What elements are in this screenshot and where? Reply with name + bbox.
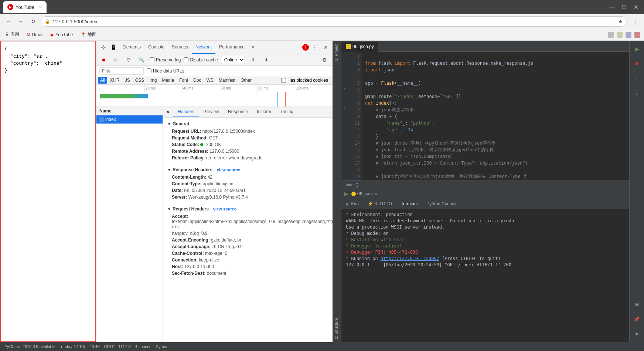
detail-close-btn[interactable]: ✕: [166, 109, 170, 115]
devtools-close-btn[interactable]: ✕: [321, 42, 331, 53]
type-manifest[interactable]: Manifest: [217, 77, 238, 84]
stop-action-btn[interactable]: ■: [630, 57, 644, 70]
index-request-item[interactable]: index: [96, 115, 163, 124]
type-xhr[interactable]: XHR: [108, 77, 122, 84]
bottom-tab-terminal[interactable]: Terminal: [396, 199, 422, 209]
accept-language-value: zh-CN,zh;q=0.9: [212, 244, 243, 249]
tab-console[interactable]: Console: [144, 41, 168, 54]
ln-3: 3: [347, 67, 360, 73]
favorites-btn[interactable]: ★: [630, 327, 644, 341]
maximize-btn[interactable]: □: [619, 2, 629, 12]
devtools-device-icon[interactable]: 📱: [108, 42, 119, 53]
bottom-tab-todo[interactable]: ⚡ 6: TODO: [363, 199, 396, 209]
group-btn[interactable]: ⊞: [630, 298, 644, 311]
type-js[interactable]: JS: [123, 77, 132, 84]
extensions-btn[interactable]: ⋮: [631, 16, 641, 27]
timing-tab[interactable]: Timing: [276, 107, 298, 117]
preserve-log-label[interactable]: Preserve log: [150, 57, 181, 63]
content-length-row: Content-Length: 42: [163, 174, 333, 180]
general-title[interactable]: General: [163, 120, 333, 128]
disable-cache-checkbox[interactable]: [184, 57, 188, 62]
timeline: 20 ms 40 ms 60 ms 80 ms 100 ms: [96, 85, 333, 107]
detail-panel: ✕ Headers Preview Response Initiator Tim…: [163, 107, 333, 342]
timeline-request-bar: [100, 94, 148, 98]
hide-data-urls-checkbox[interactable]: [147, 68, 151, 73]
search-icon[interactable]: 🔍: [136, 55, 147, 65]
stop-btn[interactable]: ⊘: [111, 55, 120, 64]
minimize-btn[interactable]: —: [607, 2, 617, 12]
type-ws[interactable]: WS: [204, 77, 215, 84]
address-bar[interactable]: 🔒 127.0.0.1:5000/index ★: [41, 16, 627, 27]
run-action-btn[interactable]: ▶: [630, 42, 644, 55]
type-other[interactable]: Other: [238, 77, 254, 84]
forward-btn[interactable]: →: [16, 16, 26, 27]
bottom-tab-run[interactable]: ▶ Run: [341, 199, 363, 209]
structure-panel-label[interactable]: 2: Structure: [333, 315, 341, 342]
bookmark-apps[interactable]: ⠿ 应用: [3, 31, 21, 38]
bottom-tab-python-console[interactable]: Python Console: [422, 199, 462, 209]
type-all[interactable]: All: [98, 77, 107, 84]
hide-data-urls-label[interactable]: Hide data URLs: [147, 68, 184, 74]
pin-btn[interactable]: 📌: [630, 313, 644, 326]
sec-fetch-dest-value: document: [207, 271, 226, 276]
devtools-select-icon[interactable]: ⊹: [98, 42, 108, 53]
tab-performance[interactable]: Performance: [215, 41, 248, 54]
headers-tab[interactable]: Headers: [173, 107, 199, 117]
response-headers-title[interactable]: Response Headers view source: [163, 166, 333, 174]
type-img[interactable]: Img: [147, 77, 159, 84]
devtools-more-btn[interactable]: ⋮: [310, 42, 320, 53]
type-media[interactable]: Media: [160, 77, 176, 84]
filter-icon[interactable]: ▽: [123, 55, 133, 65]
bottom-crlf: CRLF: [104, 344, 115, 349]
bookmark-maps[interactable]: 📍 地图: [78, 31, 99, 38]
preserve-log-checkbox[interactable]: [150, 57, 154, 62]
preview-tab[interactable]: Preview: [199, 107, 224, 117]
line-17: [365, 167, 368, 172]
request-headers-title[interactable]: Request Headers view source: [163, 205, 333, 213]
filter-input[interactable]: [99, 67, 144, 75]
ln-7: 7: [347, 93, 360, 100]
active-tab[interactable]: ▶ YouTube ✕: [3, 1, 47, 13]
response-headers-view-source[interactable]: view source: [217, 168, 240, 172]
type-doc[interactable]: Doc: [191, 77, 203, 84]
code-content[interactable]: from flask import Flask,request,abort,Re…: [362, 52, 629, 180]
ln-18: 18: [347, 166, 360, 173]
run-config-close[interactable]: ✕: [374, 192, 378, 196]
settings-icon[interactable]: ⚙: [319, 55, 330, 65]
tab-sources[interactable]: Sources: [168, 41, 192, 54]
back-btn[interactable]: ←: [3, 16, 13, 27]
tab-more[interactable]: »: [248, 41, 258, 54]
request-headers-view-source[interactable]: view source: [213, 207, 236, 211]
code-status-bar: index(): [341, 180, 629, 189]
network-table: Name index ✕ Headers Preview Response In…: [96, 107, 333, 342]
server-url-link[interactable]: http://127.0.0.1:5000/: [381, 256, 439, 261]
cache-control-label: Cache-Control:: [172, 251, 204, 256]
run-tab-label: Run: [351, 201, 359, 206]
tab-network[interactable]: Network: [192, 41, 215, 54]
online-select[interactable]: Online: [221, 56, 245, 64]
reload-btn[interactable]: ↻: [28, 16, 38, 27]
request-url-row: Request URL: http://127.0.0.1:5000/index: [163, 128, 333, 135]
scroll-down-btn[interactable]: ↓: [630, 87, 644, 100]
initiator-tab[interactable]: Initiator: [252, 107, 276, 117]
bookmark-gmail[interactable]: M Gmail: [24, 31, 45, 38]
has-blocked-checkbox[interactable]: [281, 78, 286, 83]
tab-close-btn[interactable]: ✕: [39, 5, 42, 10]
disable-cache-label[interactable]: Disable cache: [184, 57, 218, 63]
upload-icon[interactable]: ⬆: [248, 55, 258, 65]
download-icon[interactable]: ⬇: [261, 55, 272, 65]
ln-2: 2: [347, 60, 360, 67]
response-tab[interactable]: Response: [224, 107, 252, 117]
type-css[interactable]: CSS: [133, 77, 147, 84]
referrer-policy-row: Referrer Policy: no-referrer-when-downgr…: [163, 155, 333, 161]
pycharm-file-tab[interactable]: 🐍 06_json.py: [341, 41, 378, 52]
record-btn[interactable]: ⏺: [99, 55, 108, 64]
close-btn[interactable]: ✕: [631, 2, 641, 12]
request-method-row: Request Method: GET: [163, 135, 333, 141]
scroll-up-btn[interactable]: ↑: [630, 72, 644, 85]
type-font[interactable]: Font: [177, 77, 190, 84]
project-panel-label[interactable]: 1: Project: [333, 41, 341, 64]
gutter-6-bp: ●: [341, 85, 347, 92]
tab-elements[interactable]: Elements: [119, 41, 144, 54]
bookmark-youtube[interactable]: ▶ YouTube: [48, 31, 75, 38]
